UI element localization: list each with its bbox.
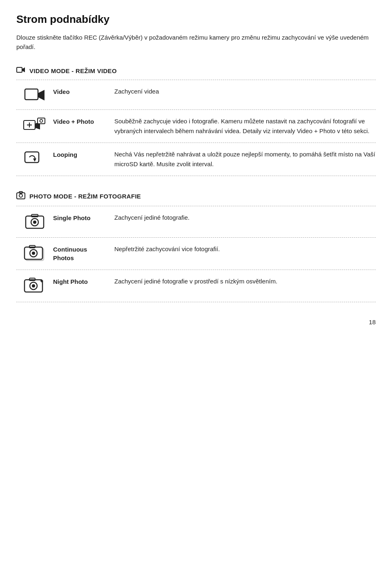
page-title: Strom podnabídky [16, 13, 376, 26]
continuous-photos-label: Continuous Photos [53, 244, 114, 262]
single-photo-row: Single Photo Zachycení jediné fotografie… [16, 206, 376, 238]
video-section-label: VIDEO MODE - REŽIM VIDEO [29, 67, 117, 74]
looping-description: Nechá Vás nepřetržitě nahrávat a uložit … [114, 149, 376, 169]
svg-rect-0 [17, 67, 22, 72]
video-photo-label: Video + Photo [53, 116, 114, 126]
svg-rect-6 [38, 118, 45, 124]
video-icon-cell [16, 87, 53, 103]
video-description: Zachycení videa [114, 87, 376, 96]
intro-text: Dlouze stiskněte tlačítko REC (Závěrka/V… [16, 33, 376, 51]
looping-label: Looping [53, 149, 114, 159]
video-photo-icon-cell [16, 116, 53, 134]
video-photo-row: Video + Photo Souběžně zachycuje video i… [16, 110, 376, 143]
night-photo-icon-cell: ✦ [16, 276, 53, 295]
looping-icon-cell [16, 149, 53, 167]
looping-row: Looping Nechá Vás nepřetržitě nahrávat a… [16, 143, 376, 176]
svg-point-26 [32, 284, 35, 288]
night-photo-label: Night Photo [53, 276, 114, 286]
video-section-header: VIDEO MODE - REŽIM VIDEO [16, 63, 376, 80]
photo-section-header: PHOTO MODE - REŽIM FOTOGRAFIE [16, 187, 376, 206]
photo-section-label: PHOTO MODE - REŽIM FOTOGRAFIE [29, 193, 141, 200]
night-photo-row: ✦ Night Photo Zachycení jediné fotografi… [16, 270, 376, 302]
video-label: Video [53, 87, 114, 96]
svg-marker-1 [22, 67, 25, 72]
svg-rect-2 [25, 89, 38, 100]
svg-point-13 [19, 194, 22, 197]
single-photo-description: Zachycení jediné fotografie. [114, 213, 376, 223]
photo-mode-section: PHOTO MODE - REŽIM FOTOGRAFIE Single Pho… [16, 187, 376, 302]
svg-point-22 [32, 252, 35, 255]
continuous-photos-description: Nepřetržité zachycování vice fotografií. [114, 244, 376, 254]
single-photo-icon-cell [16, 213, 53, 231]
svg-point-17 [33, 221, 36, 224]
night-photo-description: Zachycení jediné fotografie v prostředí … [114, 276, 376, 286]
svg-text:✦: ✦ [39, 278, 44, 284]
video-photo-description: Souběžně zachycuje video i fotografie. K… [114, 116, 376, 136]
svg-marker-11 [33, 158, 36, 162]
video-mode-section: VIDEO MODE - REŽIM VIDEO Video Zachycení… [16, 63, 376, 176]
continuous-photos-row: Continuous Photos Nepřetržité zachycován… [16, 238, 376, 270]
continuous-photos-icon-cell [16, 244, 53, 263]
video-row: Video Zachycení videa [16, 80, 376, 110]
photo-mode-icon [16, 191, 25, 202]
svg-marker-3 [38, 90, 45, 100]
single-photo-label: Single Photo [53, 213, 114, 222]
svg-rect-10 [25, 152, 39, 163]
video-mode-icon [16, 66, 25, 76]
page-number: 18 [16, 319, 376, 325]
